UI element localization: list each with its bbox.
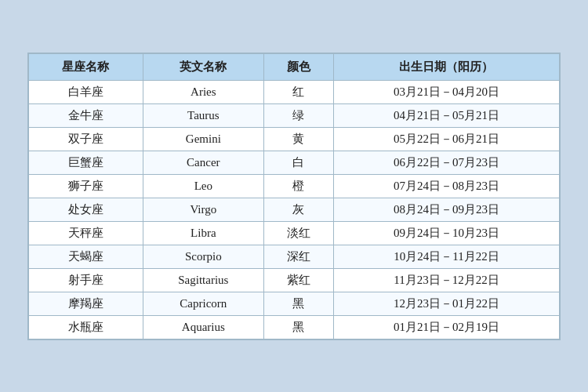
cell-dates: 01月21日－02月19日 — [333, 315, 559, 339]
cell-chinese-name: 水瓶座 — [29, 315, 143, 339]
table-row: 处女座Virgo灰08月24日－09月23日 — [29, 198, 560, 221]
table-row: 天秤座Libra淡红09月24日－10月23日 — [29, 221, 560, 245]
cell-dates: 03月21日－04月20日 — [333, 80, 559, 103]
cell-color: 灰 — [263, 198, 333, 221]
header-chinese-name: 星座名称 — [29, 53, 143, 80]
table-row: 摩羯座Capricorn黑12月23日－01月22日 — [29, 292, 560, 315]
table-row: 天蝎座Scorpio深红10月24日－11月22日 — [29, 245, 560, 268]
cell-color: 紫红 — [263, 268, 333, 292]
cell-color: 淡红 — [263, 221, 333, 245]
cell-color: 红 — [263, 80, 333, 103]
table-header-row: 星座名称 英文名称 颜色 出生日期（阳历） — [29, 53, 560, 80]
cell-dates: 08月24日－09月23日 — [333, 198, 559, 221]
cell-chinese-name: 狮子座 — [29, 174, 143, 198]
cell-english-name: Aquarius — [143, 315, 263, 339]
cell-dates: 12月23日－01月22日 — [333, 292, 559, 315]
cell-english-name: Gemini — [143, 127, 263, 151]
cell-color: 绿 — [263, 103, 333, 127]
zodiac-table: 星座名称 英文名称 颜色 出生日期（阳历） 白羊座Aries红03月21日－04… — [28, 53, 560, 339]
cell-color: 黄 — [263, 127, 333, 151]
table-row: 射手座Sagittarius紫红11月23日－12月22日 — [29, 268, 560, 292]
table-row: 巨蟹座Cancer白06月22日－07月23日 — [29, 151, 560, 174]
cell-chinese-name: 处女座 — [29, 198, 143, 221]
cell-chinese-name: 天蝎座 — [29, 245, 143, 268]
cell-english-name: Scorpio — [143, 245, 263, 268]
table-row: 金牛座Taurus绿04月21日－05月21日 — [29, 103, 560, 127]
cell-english-name: Cancer — [143, 151, 263, 174]
cell-english-name: Capricorn — [143, 292, 263, 315]
cell-color: 橙 — [263, 174, 333, 198]
cell-dates: 06月22日－07月23日 — [333, 151, 559, 174]
table-row: 双子座Gemini黄05月22日－06月21日 — [29, 127, 560, 151]
cell-chinese-name: 摩羯座 — [29, 292, 143, 315]
cell-dates: 11月23日－12月22日 — [333, 268, 559, 292]
cell-dates: 09月24日－10月23日 — [333, 221, 559, 245]
cell-chinese-name: 天秤座 — [29, 221, 143, 245]
cell-color: 黑 — [263, 315, 333, 339]
cell-english-name: Sagittarius — [143, 268, 263, 292]
cell-color: 白 — [263, 151, 333, 174]
cell-chinese-name: 白羊座 — [29, 80, 143, 103]
header-dates: 出生日期（阳历） — [333, 53, 559, 80]
header-color: 颜色 — [263, 53, 333, 80]
cell-color: 深红 — [263, 245, 333, 268]
table-row: 水瓶座Aquarius黑01月21日－02月19日 — [29, 315, 560, 339]
cell-english-name: Virgo — [143, 198, 263, 221]
cell-dates: 04月21日－05月21日 — [333, 103, 559, 127]
cell-english-name: Aries — [143, 80, 263, 103]
cell-dates: 07月24日－08月23日 — [333, 174, 559, 198]
header-english-name: 英文名称 — [143, 53, 263, 80]
cell-color: 黑 — [263, 292, 333, 315]
cell-chinese-name: 巨蟹座 — [29, 151, 143, 174]
cell-english-name: Libra — [143, 221, 263, 245]
cell-dates: 05月22日－06月21日 — [333, 127, 559, 151]
cell-english-name: Taurus — [143, 103, 263, 127]
zodiac-table-wrapper: 星座名称 英文名称 颜色 出生日期（阳历） 白羊座Aries红03月21日－04… — [27, 53, 561, 340]
table-row: 白羊座Aries红03月21日－04月20日 — [29, 80, 560, 103]
table-row: 狮子座Leo橙07月24日－08月23日 — [29, 174, 560, 198]
table-body: 白羊座Aries红03月21日－04月20日金牛座Taurus绿04月21日－0… — [29, 80, 560, 339]
cell-english-name: Leo — [143, 174, 263, 198]
cell-chinese-name: 双子座 — [29, 127, 143, 151]
cell-chinese-name: 射手座 — [29, 268, 143, 292]
cell-dates: 10月24日－11月22日 — [333, 245, 559, 268]
cell-chinese-name: 金牛座 — [29, 103, 143, 127]
